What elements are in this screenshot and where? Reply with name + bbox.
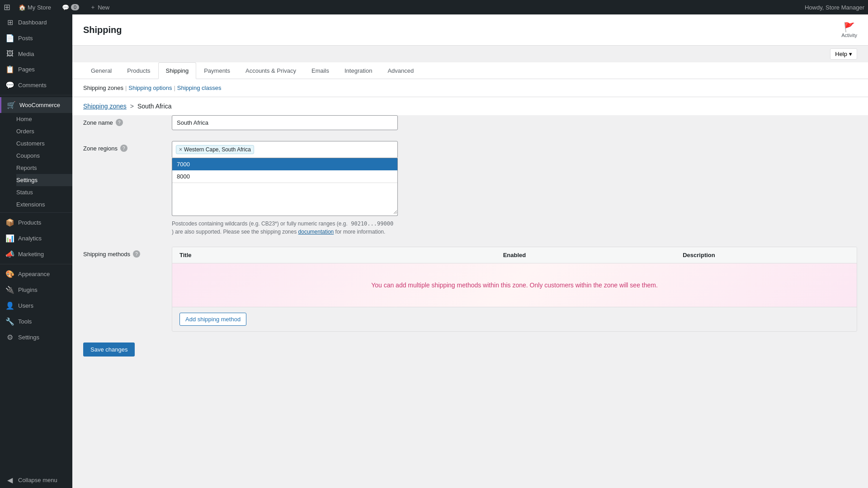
tag-label: Western Cape, South Africa [184, 146, 251, 153]
products-icon: 📦 [5, 218, 14, 227]
sidebar-item-posts[interactable]: 📄 Posts [0, 30, 72, 46]
add-shipping-method-button[interactable]: Add shipping method [179, 313, 246, 326]
orders-sub-label: Orders [16, 128, 34, 135]
sidebar-label-users: Users [18, 302, 33, 309]
empty-message: You can add multiple shipping methods wi… [181, 282, 848, 289]
sidebar-item-reports[interactable]: Reports [16, 162, 72, 174]
zone-name-help-icon[interactable]: ? [116, 119, 123, 126]
add-method-row: Add shipping method [172, 307, 857, 331]
breadcrumb: Shipping zones > South Africa [72, 97, 868, 115]
subnav-shipping-classes[interactable]: Shipping classes [177, 84, 222, 91]
customers-sub-label: Customers [16, 140, 45, 147]
postcode-option-8000[interactable]: 8000 [172, 170, 397, 183]
dashboard-icon: ⊞ [5, 18, 14, 27]
coupons-sub-label: Coupons [16, 152, 40, 159]
sidebar-item-products[interactable]: 📦 Products [0, 215, 72, 230]
sidebar-item-status[interactable]: Status [16, 186, 72, 198]
activity-button[interactable]: 🚩 Activity [841, 22, 857, 38]
zone-regions-input[interactable]: × Western Cape, South Africa [172, 141, 398, 158]
subnav-shipping-zones[interactable]: Shipping zones [83, 84, 123, 91]
pages-icon: 📋 [5, 65, 14, 74]
shipping-methods-help-icon[interactable]: ? [133, 250, 140, 258]
home-sub-label: Home [16, 116, 32, 122]
tab-general[interactable]: General [83, 62, 119, 79]
sidebar-item-appearance[interactable]: 🎨 Appearance [0, 266, 72, 282]
breadcrumb-separator: > [130, 103, 134, 110]
activity-label: Activity [841, 33, 857, 38]
store-name-item[interactable]: 🏠 My Store [16, 0, 54, 14]
breadcrumb-link[interactable]: Shipping zones [83, 103, 127, 110]
postcode-help-text: Postcodes containing wildcards (e.g. CB2… [172, 220, 398, 236]
plus-icon: ＋ [90, 3, 96, 11]
users-icon: 👤 [5, 301, 14, 310]
col-description: Description [548, 252, 849, 258]
sidebar-item-plugins[interactable]: 🔌 Plugins [0, 282, 72, 298]
store-name-label: My Store [28, 4, 51, 11]
zone-regions-control: × Western Cape, South Africa 7000 8000 P… [172, 141, 398, 236]
sidebar-item-dashboard[interactable]: ⊞ Dashboard [0, 14, 72, 30]
comments-item[interactable]: 💬 0 [59, 0, 82, 14]
tab-accounts-privacy[interactable]: Accounts & Privacy [238, 62, 304, 79]
sidebar-item-pages[interactable]: 📋 Pages [0, 61, 72, 77]
sidebar-item-media[interactable]: 🖼 Media [0, 46, 72, 61]
sidebar-item-analytics[interactable]: 📊 Analytics [0, 230, 72, 246]
help-label: Help [835, 51, 847, 57]
sidebar-item-settings-main[interactable]: ⚙ Settings [0, 329, 72, 345]
sidebar-label-settings-main: Settings [18, 334, 39, 341]
tab-emails[interactable]: Emails [304, 62, 337, 79]
sidebar-item-collapse[interactable]: ◀ Collapse menu [0, 472, 72, 488]
sidebar-item-tools[interactable]: 🔧 Tools [0, 314, 72, 329]
tab-payments[interactable]: Payments [196, 62, 238, 79]
main-content: Shipping 🚩 Activity Help ▾ General Produ… [72, 14, 868, 488]
howdy-text: Howdy, Store Manager [805, 4, 864, 11]
sidebar-item-marketing[interactable]: 📣 Marketing [0, 246, 72, 262]
sidebar-item-extensions[interactable]: Extensions [16, 198, 72, 211]
help-button[interactable]: Help ▾ [830, 48, 857, 60]
sidebar-item-settings[interactable]: Settings [16, 174, 72, 186]
sidebar-item-customers[interactable]: Customers [16, 137, 72, 150]
sidebar-item-comments[interactable]: 💬 Comments [0, 77, 72, 93]
postcode-textarea[interactable] [172, 183, 397, 214]
sidebar-item-users[interactable]: 👤 Users [0, 298, 72, 314]
tab-products[interactable]: Products [119, 62, 158, 79]
sidebar-item-coupons[interactable]: Coupons [16, 150, 72, 162]
region-tag-western-cape: × Western Cape, South Africa [176, 145, 254, 154]
wp-logo-icon: ⊞ [4, 2, 10, 12]
postcode-option-7000[interactable]: 7000 [172, 158, 397, 170]
sidebar-label-comments: Comments [18, 82, 47, 89]
shipping-methods-label: Shipping methods ? [83, 247, 165, 258]
tab-advanced[interactable]: Advanced [380, 62, 421, 79]
extensions-sub-label: Extensions [16, 201, 45, 208]
woocommerce-icon: 🛒 [7, 101, 16, 109]
sidebar-label-media: Media [18, 51, 34, 57]
new-item[interactable]: ＋ New [87, 0, 112, 14]
subnav-shipping-options[interactable]: Shipping options [128, 84, 172, 91]
sidebar-label-plugins: Plugins [18, 286, 38, 293]
appearance-icon: 🎨 [5, 270, 14, 278]
tag-remove-icon[interactable]: × [179, 146, 182, 153]
zone-regions-help-icon[interactable]: ? [120, 145, 127, 152]
tools-icon: 🔧 [5, 317, 14, 326]
sidebar-label-products: Products [18, 219, 41, 226]
col-enabled: Enabled [481, 252, 548, 258]
chevron-down-icon: ▾ [849, 51, 852, 57]
sidebar-label-pages: Pages [18, 66, 35, 73]
sidebar-item-home[interactable]: Home [16, 113, 72, 125]
zone-regions-row: Zone regions ? × Western Cape, South Afr… [83, 141, 857, 236]
zone-name-label: Zone name ? [83, 115, 165, 126]
top-bar: ⊞ 🏠 My Store 💬 0 ＋ New Howdy, Store Mana… [0, 0, 868, 14]
tab-integration[interactable]: Integration [337, 62, 380, 79]
sidebar-label-woocommerce: WooCommerce [19, 102, 60, 108]
sidebar-label-marketing: Marketing [18, 251, 44, 258]
zone-name-row: Zone name ? [83, 115, 857, 130]
sidebar-item-orders[interactable]: Orders [16, 125, 72, 137]
tab-shipping[interactable]: Shipping [158, 62, 197, 79]
save-changes-button[interactable]: Save changes [83, 343, 135, 357]
marketing-icon: 📣 [5, 250, 14, 258]
postcode-docs-link[interactable]: documentation [298, 229, 334, 235]
new-label: New [98, 4, 109, 11]
sidebar-label-posts: Posts [18, 35, 33, 42]
activity-icon: 🚩 [844, 22, 855, 33]
zone-name-input[interactable] [172, 115, 398, 130]
sidebar-item-woocommerce[interactable]: 🛒 WooCommerce [0, 97, 72, 113]
